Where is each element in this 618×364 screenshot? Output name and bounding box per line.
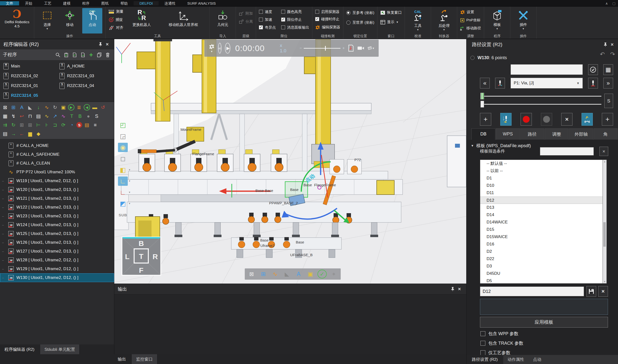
toolbar-icon[interactable]: ▣ — [60, 104, 67, 111]
toolbar-icon[interactable]: ↩ — [18, 112, 26, 120]
segment-slider-handle[interactable] — [481, 101, 484, 108]
toolbar-icon[interactable]: ◣ — [27, 104, 34, 111]
template-section-header[interactable]: ▼ 模板 (WPS_DataFile.wpsdf) — [471, 143, 531, 149]
apply-template-button[interactable]: 应用模板 — [480, 317, 608, 328]
template-description-box[interactable] — [480, 299, 608, 315]
record-button[interactable] — [521, 113, 532, 126]
s-button[interactable]: S — [604, 94, 613, 108]
export-subprogram-icon[interactable] — [79, 51, 86, 58]
ribbon-radio[interactable]: 至世界 (坐标) — [346, 19, 374, 26]
path-settings-tab[interactable]: 外部轴 — [569, 128, 593, 140]
delete-template-button[interactable]: × — [598, 286, 608, 297]
redo-icon[interactable]: ↷ — [610, 51, 615, 58]
menu-item[interactable]: SURF ANALYSIS — [181, 1, 221, 5]
template-option-checkbox[interactable]: 包含 WPP 参数 — [481, 330, 618, 337]
point-table-button[interactable]: ▦ — [603, 64, 613, 75]
collapse-ribbon-icon[interactable]: ∧ — [605, 1, 608, 5]
point-name-input[interactable] — [510, 64, 583, 75]
menu-item[interactable]: 建模 — [57, 1, 76, 5]
rewind-button[interactable]: « — [218, 43, 221, 53]
view-cube[interactable]: B L T R F — [121, 236, 162, 277]
toolbar-icon[interactable]: ⊞ — [10, 104, 17, 111]
undo-icon[interactable]: ↶ — [600, 51, 605, 58]
path-settings-tab[interactable]: 路径 — [520, 128, 544, 140]
menu-item[interactable]: 工艺 — [38, 1, 57, 5]
tab-staubli-config[interactable]: Stäubli 单元配置 — [40, 344, 80, 354]
toolbar-icon[interactable]: ▤ — [83, 121, 91, 129]
subprogram-item[interactable]: S R2ZC3214_02 — [1, 72, 57, 80]
subprogram-item[interactable]: M Main — [1, 62, 57, 70]
template-list-item[interactable]: D10 — [480, 182, 603, 189]
delete-icon[interactable] — [104, 51, 111, 58]
template-list-item[interactable]: D15 — [480, 226, 603, 233]
toolbar-icon[interactable]: ⊠ — [1, 104, 9, 111]
scroll-down-icon[interactable]: ▼ — [604, 280, 606, 283]
prev-point-button[interactable]: « — [480, 78, 490, 89]
toolbar-icon[interactable]: ↓ — [35, 104, 42, 111]
ribbon-checkbox[interactable]: 奇异点 — [259, 24, 276, 31]
template-list-item[interactable]: D5 — [480, 277, 603, 284]
viewport-tool-icon[interactable]: ◉ — [118, 143, 128, 152]
template-list-item[interactable]: D13 — [480, 204, 603, 211]
template-list-item[interactable]: D1 — [480, 175, 603, 182]
speed-slider[interactable]: − + — [300, 46, 345, 50]
play-button[interactable]: ▶ — [225, 43, 230, 53]
template-list-item[interactable]: D14 — [480, 211, 603, 219]
template-list-item[interactable]: -- 以前 -- — [480, 167, 603, 175]
video-record-icon[interactable] — [357, 45, 364, 52]
viewport-toolbar-icon[interactable]: A — [294, 270, 303, 278]
tab-output[interactable]: 输出 — [114, 354, 130, 364]
viewport-tool-icon[interactable]: ∟ — [118, 177, 128, 186]
toolbar-icon[interactable]: B — [76, 112, 84, 120]
toolbar-icon[interactable]: T — [68, 112, 75, 120]
detach-button[interactable]: 分离 — [239, 18, 253, 25]
toolbar-icon[interactable]: S — [76, 122, 82, 128]
program-statement-row[interactable]: – ≡ ∿ ⋊ W123 [ Utool1, Uframe2, D13, () … — [0, 212, 114, 221]
toolbar-icon[interactable]: ▦ — [1, 112, 9, 120]
viewport-toolbar-icon[interactable]: ⊠ — [247, 270, 256, 278]
toolbar-icon[interactable]: ⊓ — [27, 112, 34, 120]
toolbar-icon[interactable]: ⊞ — [18, 121, 26, 129]
program-statement-row[interactable]: – ≡ ∿ ⋊ # CALL A_HOME — [0, 141, 114, 150]
toolbar-icon[interactable]: ∿ — [43, 112, 50, 120]
toolbar-icon[interactable]: ◀ — [84, 104, 90, 110]
record-disabled-button[interactable] — [541, 113, 552, 126]
tool-calibration-button[interactable]: CAL 工具▼ — [408, 8, 428, 31]
menu-item[interactable]: 连通性 — [159, 1, 181, 5]
attach-button[interactable]: 附加 — [239, 10, 253, 17]
subprogram-item[interactable]: S R2ZC3214_03 — [57, 72, 113, 80]
close-icon[interactable]: × — [609, 41, 616, 48]
show-menu-button[interactable]: 显示▼ — [380, 19, 402, 26]
toolbar-icon[interactable]: ⊢ — [35, 121, 42, 129]
ribbon-checkbox[interactable]: 碰撞时停止 — [315, 15, 340, 23]
next-point-button[interactable]: » — [603, 78, 613, 89]
program-statement-row[interactable]: – ≡ ∿ ⋊ W129 [ Utool1, Uframe2, D12, () … — [0, 264, 114, 273]
add-point-after-button[interactable]: + — [602, 113, 613, 126]
toolbar-icon[interactable]: ◔ — [68, 121, 75, 129]
program-statement-row[interactable]: – ≡ ∿ ⋊ W128 [ Utool1, Uframe2, D12, () … — [0, 256, 114, 264]
ribbon-checkbox[interactable]: 限位停止 — [281, 16, 309, 23]
toolbar-icon[interactable]: ▬ — [91, 104, 98, 111]
verify-path-button[interactable] — [581, 113, 593, 126]
torch-locate-button[interactable] — [588, 78, 598, 89]
template-list-item[interactable]: -- 默认值 -- — [480, 160, 603, 167]
program-statement-row[interactable]: – ≡ ∿ ⋊ W124 [ Utool1, Uframe2, D13, () … — [0, 221, 114, 229]
select-button[interactable]: 选择▼ — [37, 8, 57, 30]
template-list-scrollbar[interactable]: ▲ ▼ — [603, 160, 607, 284]
pin-icon[interactable] — [449, 286, 456, 293]
program-statement-row[interactable]: – ≡ ∿ ⋊ W126 [ Utool1, Uframe2, D13, () … — [0, 238, 114, 247]
postprocess-button[interactable]: 后处理▼ — [434, 8, 454, 31]
restore-window-button[interactable]: 恢复窗口 — [380, 9, 402, 16]
menu-item[interactable]: 图纸 — [96, 1, 115, 5]
subprogram-item[interactable]: S R2ZC3214_05 — [1, 91, 57, 100]
toolbar-icon[interactable]: S — [93, 112, 100, 120]
3d-scene[interactable] — [114, 39, 466, 284]
toolbar-icon[interactable]: ∿ — [43, 104, 50, 111]
ribbon-checkbox[interactable]: 消息面板输出 — [281, 24, 309, 31]
viewport-toolbar-icon[interactable]: ◣ — [282, 270, 291, 278]
path-slider-track[interactable] — [481, 96, 601, 97]
viewport-tool-icon[interactable]: ∟ — [118, 188, 128, 197]
menu-item[interactable]: 文件 — [0, 1, 19, 5]
copy-icon[interactable] — [96, 51, 103, 58]
program-statement-row[interactable]: – ≡ ∿ ⋊ W120 [ Utool1, Uframe2, D13, () … — [0, 185, 114, 194]
